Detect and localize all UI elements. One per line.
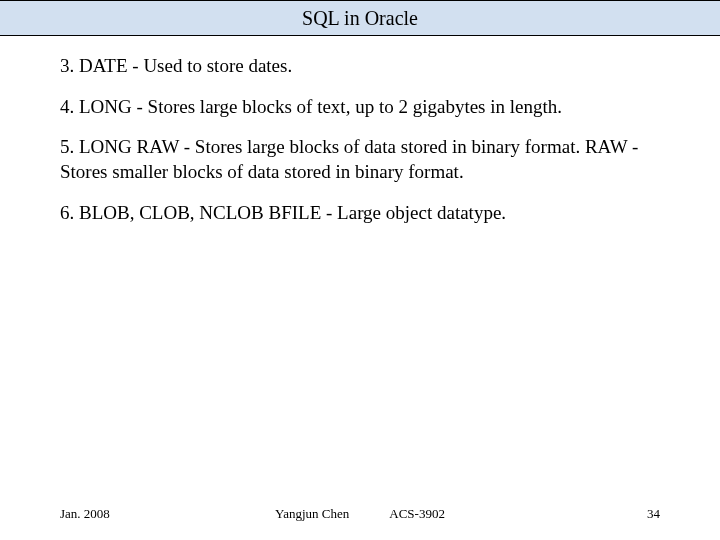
header-band: SQL in Oracle bbox=[0, 0, 720, 36]
list-item: 5. LONG RAW - Stores large blocks of dat… bbox=[60, 135, 660, 184]
footer-author: Yangjun Chen bbox=[275, 506, 349, 522]
footer: Jan. 2008 Yangjun Chen ACS-3902 34 bbox=[0, 506, 720, 522]
footer-center: Yangjun Chen ACS-3902 bbox=[275, 506, 445, 522]
footer-course: ACS-3902 bbox=[389, 506, 445, 522]
list-item: 6. BLOB, CLOB, NCLOB BFILE - Large objec… bbox=[60, 201, 660, 226]
footer-date: Jan. 2008 bbox=[60, 506, 110, 522]
content-area: 3. DATE - Used to store dates. 4. LONG -… bbox=[0, 36, 720, 225]
footer-page: 34 bbox=[647, 506, 660, 522]
list-item: 4. LONG - Stores large blocks of text, u… bbox=[60, 95, 660, 120]
list-item: 3. DATE - Used to store dates. bbox=[60, 54, 660, 79]
slide-title: SQL in Oracle bbox=[302, 7, 418, 30]
